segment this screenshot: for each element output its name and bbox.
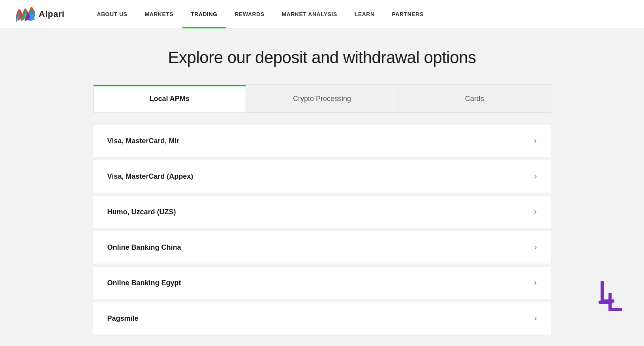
list-item-label: Pagsmile [107, 314, 139, 323]
list-item[interactable]: Online Banking China › [93, 231, 551, 264]
svg-rect-4 [601, 281, 604, 303]
list-item[interactable]: Visa, MasterCard (Appex) › [93, 160, 551, 193]
svg-rect-8 [608, 308, 622, 311]
list-item[interactable]: Humo, Uzcard (UZS) › [93, 196, 551, 228]
tab-crypto-processing[interactable]: Crypto Processing [246, 85, 398, 112]
page-title: Explore our deposit and withdrawal optio… [93, 48, 551, 67]
chevron-right-icon: › [534, 242, 537, 252]
list-item[interactable]: Online Banking Egypt › [93, 267, 551, 299]
payment-list: Visa, MasterCard, Mir › Visa, MasterCard… [93, 121, 551, 342]
nav-item-partners[interactable]: PARTNERS [383, 0, 432, 28]
logo[interactable]: Alpari [16, 6, 64, 22]
logo-icon [16, 6, 35, 22]
tab-cards[interactable]: Cards [398, 85, 550, 112]
chevron-right-icon: › [534, 207, 537, 217]
svg-rect-7 [599, 301, 612, 304]
nav-item-learn[interactable]: LEARN [346, 0, 383, 28]
tabs: Local APMs Crypto Processing Cards [93, 84, 551, 113]
logo-text: Alpari [39, 9, 64, 19]
nav-item-trading[interactable]: TRADING [182, 0, 226, 28]
list-item-label: Online Banking Egypt [107, 279, 181, 287]
list-item[interactable]: Visa, MasterCard, Mir › [93, 125, 551, 157]
nav-item-rewards[interactable]: REWARDS [226, 0, 273, 28]
nav-item-market-analysis[interactable]: MARKET ANALYSIS [273, 0, 346, 28]
header: Alpari ABOUT US MARKETS TRADING REWARDS … [0, 0, 644, 28]
chevron-right-icon: › [534, 136, 537, 146]
chevron-right-icon: › [534, 313, 537, 324]
tab-local-apms[interactable]: Local APMs [94, 85, 246, 112]
main-nav: ABOUT US MARKETS TRADING REWARDS MARKET … [88, 0, 432, 28]
list-item-label: Online Banking China [107, 243, 181, 252]
list-item[interactable]: Pagsmile › [93, 302, 551, 335]
list-item-label: Humo, Uzcard (UZS) [107, 208, 176, 216]
list-item-label: Visa, MasterCard (Appex) [107, 172, 193, 181]
nav-item-about-us[interactable]: ABOUT US [88, 0, 136, 28]
floating-chat-icon[interactable] [597, 279, 628, 314]
main-content: Explore our deposit and withdrawal optio… [85, 28, 559, 346]
chevron-right-icon: › [534, 171, 537, 181]
list-item-label: Visa, MasterCard, Mir [107, 137, 180, 145]
nav-item-markets[interactable]: MARKETS [136, 0, 182, 28]
chevron-right-icon: › [534, 278, 537, 288]
